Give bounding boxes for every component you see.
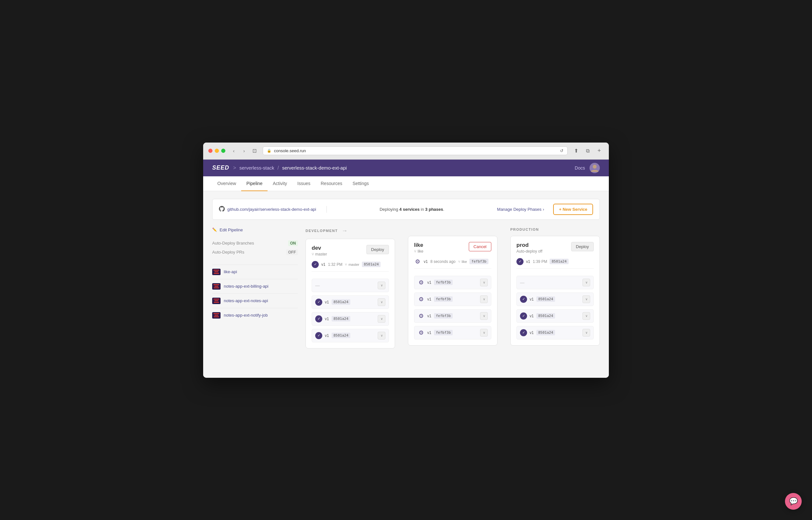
dev-deploy-button[interactable]: Deploy — [366, 245, 389, 254]
dev-row-4-check: ✓ — [315, 332, 322, 339]
prod-top-commit: 8501a24 — [550, 259, 568, 264]
breadcrumb-sep-1: > — [233, 165, 236, 171]
prod-row-2-commit: 8501a24 — [536, 296, 555, 302]
dev-row-4: ✓ v1 8501a24 ∨ — [312, 329, 389, 342]
dev-top-branch: ⑂ master — [345, 263, 359, 266]
info-bar: github.com/jayair/serverless-stack-demo-… — [212, 199, 600, 220]
share-button[interactable]: ⬆ — [572, 147, 581, 155]
close-dot[interactable] — [208, 149, 212, 153]
prod-stage-name: prod — [516, 242, 542, 249]
prod-check-icon: ✓ — [516, 258, 524, 265]
dev-row-3-chevron[interactable]: ∨ — [378, 315, 385, 323]
prod-row-4-check: ✓ — [520, 329, 527, 336]
browser-actions: ⬆ ⧉ + — [572, 147, 604, 155]
pipeline-layout: ✏️ Edit Pipeline Auto-Deploy Branches ON… — [212, 228, 600, 348]
maximize-dot[interactable] — [221, 149, 225, 153]
breadcrumb-org[interactable]: serverless-stack — [239, 165, 274, 171]
prod-row-3-chevron[interactable]: ∨ — [582, 312, 590, 320]
service-icon-billing-api — [212, 283, 221, 290]
sidebar-service-billing-api[interactable]: notes-app-ext-billing-api — [212, 279, 298, 293]
dev-check-icon: ✓ — [312, 261, 319, 268]
prod-row-3-commit: 8501a24 — [536, 313, 555, 318]
like-row-2-chevron[interactable]: ∨ — [480, 295, 488, 303]
prod-top-version: v1 — [526, 259, 530, 264]
dev-service-rows: ✓ v1 1:32 PM ⑂ master 8501a24 — [312, 261, 389, 342]
deploy-info: Deploying 4 services in 3 phases. — [327, 207, 497, 212]
dev-row-4-commit: 8501a24 — [332, 333, 350, 338]
service-icon-like-api — [212, 269, 221, 275]
like-top-time: 8 seconds ago — [430, 259, 456, 264]
like-row-4-gear: ⚙ — [417, 329, 425, 336]
development-header: DEVELOPMENT → — [306, 228, 395, 234]
prod-stage-header: prod Auto-deploy off Deploy — [516, 242, 594, 254]
dev-row-1-chevron[interactable]: ∨ — [378, 282, 385, 289]
app-header: SEED > serverless-stack / serverless-sta… — [203, 160, 609, 176]
avatar[interactable] — [589, 163, 600, 173]
sidebar-service-notify-job[interactable]: notes-app-ext-notify-job — [212, 308, 298, 322]
prod-top-row: ✓ v1 1:39 PM 8501a24 — [516, 258, 594, 269]
like-row-4-chevron[interactable]: ∨ — [480, 329, 488, 337]
sidebar-service-notes-api[interactable]: notes-app-ext-notes-api — [212, 293, 298, 308]
repo-link[interactable]: github.com/jayair/serverless-stack-demo-… — [219, 206, 327, 213]
new-service-button[interactable]: + New Service — [553, 204, 593, 215]
duplicate-tab-button[interactable]: ⧉ — [583, 147, 592, 155]
like-stage-name: like — [414, 242, 423, 249]
production-header: PRODUCTION — [510, 228, 600, 231]
dev-row-4-version: v1 — [325, 333, 329, 338]
edit-pipeline-button[interactable]: ✏️ Edit Pipeline — [212, 228, 298, 232]
sidebar-service-like-api[interactable]: like-api — [212, 264, 298, 279]
prod-row-3-check: ✓ — [520, 312, 527, 319]
like-row-3-version: v1 — [427, 314, 431, 318]
docs-link[interactable]: Docs — [575, 165, 585, 171]
prod-service-rows: ✓ v1 1:39 PM 8501a24 — ∨ — [516, 258, 594, 339]
prod-row-1-chevron[interactable]: ∨ — [582, 279, 590, 286]
back-button[interactable]: ‹ — [229, 147, 238, 155]
dev-row-2-chevron[interactable]: ∨ — [378, 298, 385, 306]
address-bar[interactable]: 🔒 console.seed.run ↺ — [263, 147, 568, 155]
like-row-1-commit: fefbf3b — [434, 280, 453, 285]
like-gear-icon: ⚙ — [414, 258, 421, 265]
refresh-button[interactable]: ↺ — [560, 148, 563, 153]
breadcrumb-app[interactable]: serverless-stack-demo-ext-api — [282, 165, 347, 171]
dev-stage-header: dev ⑂ master Deploy — [312, 245, 389, 257]
like-row-2-version: v1 — [427, 297, 431, 302]
new-tab-button[interactable]: + — [595, 147, 604, 155]
nav-tabs: Overview Pipeline Activity Issues Resour… — [203, 176, 609, 191]
tab-settings[interactable]: Settings — [348, 176, 374, 191]
branch-small-icon: ⑂ — [345, 263, 347, 266]
app-logo[interactable]: SEED — [212, 164, 229, 171]
prod-row-4-chevron[interactable]: ∨ — [582, 329, 590, 337]
sidebar-toggle-button[interactable]: ⊡ — [250, 147, 259, 155]
lock-icon: 🔒 — [267, 149, 272, 153]
dev-row-4-chevron[interactable]: ∨ — [378, 332, 385, 339]
prod-row-2-version: v1 — [530, 297, 534, 302]
like-row-1-chevron[interactable]: ∨ — [480, 279, 488, 286]
chat-fab-button[interactable]: 💬 — [785, 493, 802, 510]
tab-activity[interactable]: Activity — [268, 176, 292, 191]
prod-row-1: — ∨ — [516, 276, 594, 289]
auto-deploy-branches-label: Auto-Deploy Branches — [212, 241, 254, 245]
dev-row-2: ✓ v1 8501a24 ∨ — [312, 295, 389, 309]
like-cancel-button[interactable]: Cancel — [469, 242, 491, 251]
tab-overview[interactable]: Overview — [212, 176, 241, 191]
like-row-3-chevron[interactable]: ∨ — [480, 312, 488, 320]
like-row-2-commit: fefbf3b — [434, 296, 453, 302]
main-content: github.com/jayair/serverless-stack-demo-… — [203, 191, 609, 378]
tab-issues[interactable]: Issues — [293, 176, 315, 191]
dev-row-3-check: ✓ — [315, 315, 322, 322]
prod-deploy-button[interactable]: Deploy — [571, 242, 594, 251]
like-row-4-version: v1 — [427, 331, 431, 335]
breadcrumb-sep-2: / — [278, 165, 279, 171]
prod-row-3-version: v1 — [530, 314, 534, 318]
prod-row-3: ✓ v1 8501a24 ∨ — [516, 309, 594, 323]
minimize-dot[interactable] — [215, 149, 219, 153]
manage-deploy-phases[interactable]: Manage Deploy Phases › — [497, 207, 553, 212]
tab-pipeline[interactable]: Pipeline — [241, 176, 268, 191]
prod-row-2-chevron[interactable]: ∨ — [582, 295, 590, 303]
forward-button[interactable]: › — [239, 147, 249, 155]
repo-url: github.com/jayair/serverless-stack-demo-… — [227, 207, 316, 212]
tab-resources[interactable]: Resources — [315, 176, 348, 191]
prod-row-1-dash: — — [520, 280, 525, 285]
like-stage-card: like ⑂ like Cancel ⚙ — [408, 236, 498, 345]
prod-stage-branch: Auto-deploy off — [516, 249, 542, 254]
